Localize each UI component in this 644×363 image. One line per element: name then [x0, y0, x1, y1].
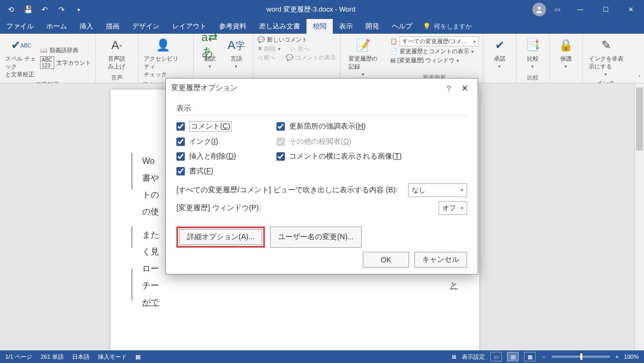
display-settings-icon[interactable]: 🖥 — [451, 354, 457, 360]
menu-review[interactable]: 校閲 — [306, 19, 333, 34]
menu-help[interactable]: ヘルプ — [385, 19, 419, 34]
checkbox-formatting[interactable]: 書式(F) — [176, 166, 261, 176]
status-words[interactable]: 261 単語 — [41, 353, 63, 361]
change-bar — [132, 153, 132, 190]
save-icon[interactable]: 💾 — [21, 3, 35, 16]
dialog-titlebar: 変更履歴オプション ? ✕ — [166, 79, 478, 97]
read-mode-icon[interactable]: ▭ — [490, 352, 502, 361]
status-language[interactable]: 日本語 — [72, 353, 90, 361]
menu-design[interactable]: デザイン — [126, 19, 166, 34]
markup-icon: 📋 — [390, 38, 398, 45]
next-icon: ▷ — [291, 45, 295, 52]
display-for-review-dropdown[interactable]: すべての変更履歴/コメ…▾ — [400, 36, 479, 46]
undo-icon[interactable]: ↶ — [38, 3, 52, 16]
dialog-title: 変更履歴オプション — [171, 83, 237, 93]
change-bar — [132, 269, 132, 300]
spellcheck-button[interactable]: ✔ABC スペル チェック と文章校正 — [4, 36, 38, 80]
print-layout-icon[interactable]: ▤ — [507, 352, 519, 361]
customize-qat-icon[interactable]: ▾ — [72, 3, 85, 16]
redo-icon[interactable]: ↷ — [55, 3, 68, 16]
close-button[interactable]: ✕ — [619, 0, 643, 19]
checkbox-pictures-by-comments[interactable]: コメントの横に表示される画像(T) — [276, 152, 467, 161]
menu-insert[interactable]: 挿入 — [73, 19, 100, 34]
zoom-slider-thumb[interactable] — [580, 354, 582, 360]
menu-draw[interactable]: 描画 — [100, 19, 126, 34]
protect-button[interactable]: 🔒保護▾ — [554, 36, 578, 70]
compare-icon: 📑 — [524, 37, 541, 54]
group-protect: 🔒保護▾ — [550, 34, 583, 83]
reviewing-pane-icon: ▤ — [390, 57, 395, 64]
balloons-show-dropdown[interactable]: なし▾ — [408, 183, 467, 197]
translate-button[interactable]: a⇄あ翻訳▾ — [198, 36, 222, 70]
menu-bar: ファイル ホーム 挿入 描画 デザイン レイアウト 参考資料 差し込み文書 校閲… — [0, 19, 644, 34]
checkbox-highlight-updates[interactable]: 更新箇所の強調表示(H) — [276, 122, 467, 131]
read-aloud-button[interactable]: A»音声読 み上げ — [100, 36, 134, 72]
wordcount-icon: ABC123 — [40, 56, 54, 69]
status-page[interactable]: 1/1 ページ — [5, 353, 32, 361]
zoom-level[interactable]: 100% — [624, 354, 639, 360]
menu-view[interactable]: 表示 — [333, 19, 359, 34]
track-changes-button[interactable]: 📝変更履歴の 記録▾ — [345, 36, 382, 78]
new-comment-button[interactable]: 💬新しいコメント — [257, 36, 336, 44]
menu-home[interactable]: ホーム — [40, 19, 73, 34]
window-controls: ▭ ― ☐ ✕ — [532, 0, 644, 19]
accept-button[interactable]: ✔承諾▾ — [488, 36, 512, 70]
zoom-in-button[interactable]: + — [615, 354, 618, 360]
svg-point-0 — [538, 7, 540, 9]
web-layout-icon[interactable]: ▦ — [524, 352, 536, 361]
advanced-options-button[interactable]: 詳細オプション(A)... — [179, 229, 262, 245]
minimize-button[interactable]: ― — [568, 0, 592, 19]
wordcount-button[interactable]: ABC123文字カウント — [40, 56, 91, 69]
tell-me-search[interactable]: 💡 何をしますか — [423, 19, 472, 34]
hide-ink-button[interactable]: ✎インクを非表 示にする▾ — [587, 36, 625, 78]
quick-access-toolbar: ⟲ 💾 ↶ ↷ ▾ — [0, 3, 90, 16]
zoom-slider[interactable] — [552, 356, 610, 358]
group-tracking: 📋すべての変更履歴/コメ…▾ 📄変更履歴とコメントの表示▾ ▤[変更履歴] ウィ… — [386, 34, 483, 83]
menu-mailings[interactable]: 差し込み文書 — [253, 19, 306, 34]
translate-icon: a⇄あ — [202, 37, 219, 54]
group-language: a⇄あ翻訳▾ A字言語▾ — [194, 34, 253, 83]
reviewing-pane-label: [変更履歴] ウィンドウ(P): — [176, 203, 433, 213]
thesaurus-button[interactable]: 📖類義語辞典 — [40, 46, 91, 54]
scrollbar-thumb[interactable] — [636, 87, 643, 151]
dialog-close-button[interactable]: ✕ — [457, 83, 472, 93]
ribbon-display-options-icon[interactable]: ▭ — [547, 0, 567, 19]
compare-button[interactable]: 📑比較▾ — [521, 36, 545, 70]
vertical-scrollbar[interactable] — [635, 83, 644, 350]
prev-comment-button: ◁前へ — [257, 54, 275, 62]
zoom-out-button[interactable]: － — [541, 353, 547, 361]
collapse-ribbon-icon[interactable]: ˄ — [638, 75, 641, 81]
delete-comment-button: ✖削除▾ — [257, 45, 281, 53]
group-ink: ✎インクを非表 示にする▾ インク — [583, 34, 629, 83]
language-button[interactable]: A字言語▾ — [224, 36, 249, 70]
maximize-button[interactable]: ☐ — [593, 0, 618, 19]
show-comments-button: 💬コメントの表示 — [286, 54, 336, 62]
ok-button[interactable]: OK — [363, 252, 409, 268]
hide-ink-icon: ✎ — [598, 37, 615, 54]
user-avatar-icon[interactable] — [532, 3, 546, 16]
track-changes-icon: 📝 — [355, 37, 372, 54]
cancel-button[interactable]: キャンセル — [414, 252, 467, 268]
menu-file[interactable]: ファイル — [0, 19, 40, 34]
status-macro-icon[interactable]: ▦ — [135, 354, 141, 360]
status-mode[interactable]: 挿入モード — [98, 353, 127, 361]
reviewing-pane-dropdown[interactable]: オフ▾ — [439, 201, 467, 215]
group-compare: 📑比較▾ 比較 — [517, 34, 550, 83]
show-markup-button[interactable]: 📄変更履歴とコメントの表示▾ — [390, 47, 479, 56]
accessibility-check-button[interactable]: 👤アクセシビリティ チェック — [143, 36, 184, 80]
menu-developer[interactable]: 開発 — [359, 19, 385, 34]
checkbox-comment[interactable]: コメント(C) — [176, 121, 261, 132]
reviewing-pane-button[interactable]: ▤[変更履歴] ウィンドウ▾ — [390, 56, 479, 65]
ribbon: ✔ABC スペル チェック と文章校正 📖類義語辞典 ABC123文字カウント … — [0, 34, 644, 83]
lightbulb-icon: 💡 — [423, 23, 431, 30]
accessibility-icon: 👤 — [155, 37, 172, 54]
thesaurus-icon: 📖 — [40, 47, 47, 54]
checkbox-ink[interactable]: インク(I) — [176, 137, 261, 146]
change-username-button[interactable]: ユーザー名の変更(N)... — [270, 227, 361, 248]
checkbox-insertions-deletions[interactable]: 挿入と削除(D) — [176, 152, 261, 161]
display-settings-label[interactable]: 表示設定 — [462, 353, 485, 361]
menu-references[interactable]: 参考資料 — [213, 19, 253, 34]
protect-icon: 🔒 — [558, 37, 574, 54]
autosave-icon[interactable]: ⟲ — [4, 3, 18, 16]
dialog-help-button[interactable]: ? — [441, 84, 457, 93]
